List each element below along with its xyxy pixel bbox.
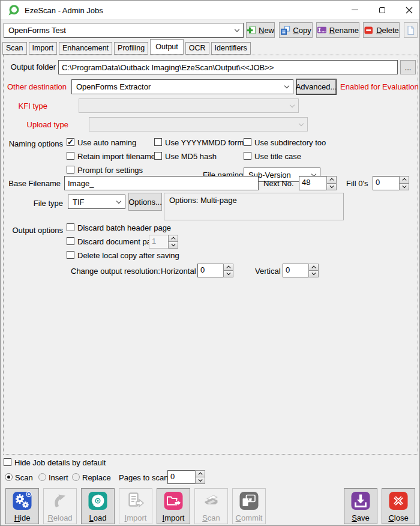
other-destination-select[interactable]: OpenForms Extractor bbox=[71, 79, 293, 94]
spin-down-icon[interactable] bbox=[169, 241, 178, 248]
load-button[interactable]: Load bbox=[81, 488, 115, 524]
new-job-button[interactable]: New bbox=[246, 22, 275, 38]
hide-button[interactable]: Hide bbox=[5, 488, 39, 524]
rename-button-label: Rename bbox=[329, 26, 359, 35]
mode-radio-scan[interactable] bbox=[5, 473, 13, 481]
commit-icon bbox=[239, 491, 259, 511]
tab-identifiers[interactable]: Identifiers bbox=[211, 42, 251, 55]
discard-batch-header-checkbox[interactable] bbox=[67, 223, 74, 231]
next-no-stepper: 48 bbox=[299, 176, 337, 190]
copy-job-button[interactable]: Copy bbox=[279, 22, 313, 38]
import-file-button[interactable]: Import bbox=[119, 488, 152, 524]
save-button[interactable]: Save bbox=[344, 488, 377, 524]
tab-profiling[interactable]: Profiling bbox=[114, 42, 148, 55]
other-destination-value: OpenForms Extractor bbox=[76, 82, 151, 91]
use-subdirectory-checkbox[interactable] bbox=[244, 138, 251, 146]
chevron-down-icon bbox=[299, 121, 304, 125]
hide-job-details-checkbox[interactable] bbox=[4, 458, 11, 466]
spin-up-icon[interactable] bbox=[224, 264, 233, 270]
maximize-button[interactable] bbox=[368, 1, 395, 19]
close-button-label: Close bbox=[382, 513, 415, 522]
retain-import-filename-label: Retain import filename bbox=[77, 152, 155, 161]
fill-zeros-value[interactable]: 0 bbox=[373, 176, 399, 190]
tab-enhancement[interactable]: Enhancement bbox=[59, 42, 112, 55]
document-export-icon bbox=[125, 491, 146, 511]
use-title-case-checkbox[interactable] bbox=[244, 152, 251, 160]
fill-zeros-stepper: 0 bbox=[373, 176, 409, 190]
horizontal-resolution-value[interactable]: 0 bbox=[197, 264, 223, 277]
rename-icon bbox=[317, 25, 327, 35]
rename-job-button[interactable]: Rename bbox=[316, 22, 359, 38]
tab-ocr[interactable]: OCR bbox=[185, 42, 209, 55]
hide-job-details-label: Hide Job details by default bbox=[14, 458, 106, 467]
spin-down-icon[interactable] bbox=[309, 270, 318, 277]
ezescan-logo-icon bbox=[8, 4, 20, 16]
spin-up-icon[interactable] bbox=[169, 235, 178, 241]
job-notes-button[interactable] bbox=[404, 22, 418, 38]
prompt-for-settings-checkbox[interactable] bbox=[67, 166, 74, 174]
discard-pages-stepper: 1 bbox=[149, 235, 178, 249]
scan-button[interactable]: Scan bbox=[194, 488, 228, 524]
vertical-resolution-value[interactable]: 0 bbox=[283, 264, 308, 277]
browse-output-folder-button[interactable]: ... bbox=[400, 60, 416, 74]
pages-to-scan-stepper: 0 bbox=[167, 470, 205, 484]
tab-strip: Scan Import Enhancement Profiling Output… bbox=[2, 39, 253, 55]
discard-document-pages-checkbox[interactable] bbox=[67, 237, 74, 245]
delete-button-label: Delete bbox=[376, 26, 399, 35]
spin-up-icon[interactable] bbox=[327, 177, 336, 183]
reload-button-label: Reload bbox=[44, 513, 76, 522]
retain-import-filename-checkbox[interactable] bbox=[67, 152, 74, 160]
next-no-label: Next No. bbox=[263, 179, 294, 188]
tab-output[interactable]: Output bbox=[150, 39, 184, 55]
spin-down-icon[interactable] bbox=[224, 270, 233, 277]
close-button[interactable]: Close bbox=[382, 488, 415, 524]
file-type-select[interactable]: TIF bbox=[68, 195, 125, 209]
delete-local-copy-checkbox[interactable] bbox=[67, 251, 74, 259]
mode-radio-insert[interactable] bbox=[38, 473, 46, 481]
spin-down-icon[interactable] bbox=[327, 183, 336, 190]
pages-to-scan-label: Pages to scan bbox=[119, 473, 168, 482]
chevron-down-icon bbox=[235, 27, 239, 32]
use-md5-hash-checkbox[interactable] bbox=[154, 152, 162, 160]
upload-type-select bbox=[89, 117, 308, 132]
tab-scan[interactable]: Scan bbox=[2, 42, 27, 55]
delete-local-copy-label: Delete local copy after saving bbox=[77, 251, 179, 260]
use-yyyymmdd-checkbox[interactable] bbox=[154, 138, 162, 146]
mode-radio-replace[interactable] bbox=[72, 473, 80, 481]
spin-down-icon[interactable] bbox=[400, 183, 409, 190]
spin-down-icon[interactable] bbox=[196, 477, 205, 483]
import-folder-button-label: Import bbox=[157, 513, 190, 522]
disc-icon bbox=[88, 491, 108, 511]
commit-button[interactable]: Commit bbox=[232, 488, 266, 524]
close-window-button[interactable] bbox=[395, 1, 420, 19]
advanced-button[interactable]: Advanced... bbox=[296, 79, 337, 95]
base-filename-input[interactable] bbox=[64, 176, 259, 190]
evaluation-note: Enabled for Evaluation bbox=[340, 82, 419, 91]
load-button-label: Load bbox=[82, 513, 114, 522]
import-folder-button[interactable]: Import bbox=[157, 488, 190, 524]
reload-arrow-icon bbox=[50, 491, 70, 511]
base-filename-label: Base Filename bbox=[5, 179, 61, 188]
file-type-options-button[interactable]: Options... bbox=[128, 193, 162, 211]
spin-up-icon[interactable] bbox=[400, 177, 409, 183]
job-select[interactable]: OpenForms Test bbox=[4, 23, 244, 38]
save-icon bbox=[350, 491, 371, 511]
new-button-label: New bbox=[259, 26, 274, 35]
job-select-value: OpenForms Test bbox=[8, 26, 66, 35]
delete-job-button[interactable]: Delete bbox=[363, 22, 400, 38]
reload-button[interactable]: Reload bbox=[43, 488, 77, 524]
spin-up-icon[interactable] bbox=[309, 264, 318, 270]
use-auto-naming-checkbox[interactable] bbox=[67, 138, 74, 146]
copy-button-label: Copy bbox=[293, 26, 311, 35]
next-no-value[interactable]: 48 bbox=[299, 176, 326, 190]
pages-to-scan-value[interactable]: 0 bbox=[167, 470, 195, 484]
spin-up-icon[interactable] bbox=[196, 471, 205, 477]
tab-import[interactable]: Import bbox=[29, 42, 57, 55]
resolution-label: Change output resolution: bbox=[71, 267, 160, 276]
output-folder-input[interactable] bbox=[58, 60, 398, 74]
output-tab-panel bbox=[3, 55, 418, 455]
minimize-button[interactable] bbox=[341, 1, 368, 19]
fill-zeros-label: Fill 0's bbox=[346, 179, 368, 188]
other-destination-label: Other destination bbox=[5, 82, 67, 91]
use-title-case-label: Use title case bbox=[254, 152, 301, 161]
